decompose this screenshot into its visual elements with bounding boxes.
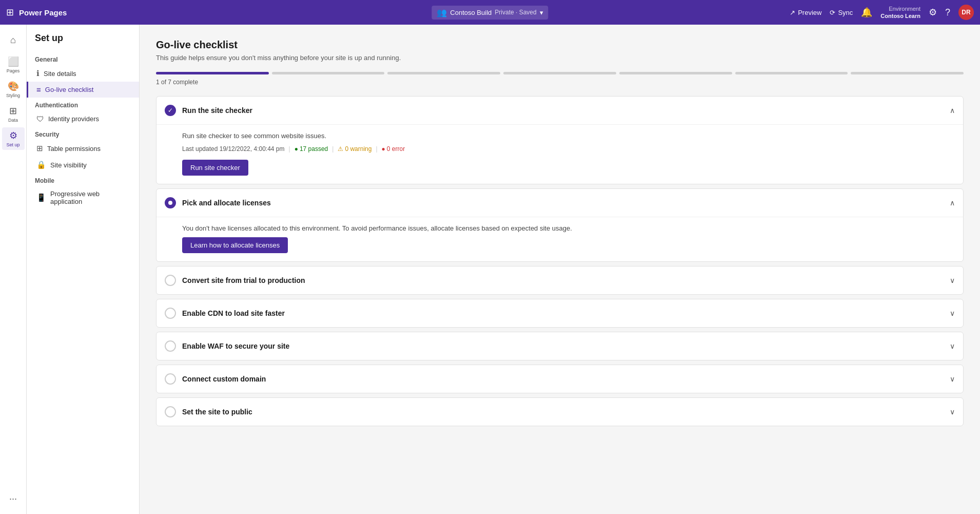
home-icon: ⌂ — [10, 35, 16, 46]
sidebar-item-site-visibility[interactable]: 🔒 Site visibility — [27, 157, 139, 173]
topbar-left: ⊞ Power Pages — [6, 7, 67, 18]
check-circle-convert — [165, 275, 176, 286]
chevron-down-public-icon: ∨ — [950, 408, 955, 416]
sidebar-item-pwa[interactable]: 📱 Progressive web application — [27, 186, 139, 209]
rail-label-setup: Set up — [6, 142, 19, 147]
env-info: Environment Contoso Learn — [880, 5, 920, 20]
setup-icon: ⚙ — [9, 130, 17, 141]
check-circle-cdn — [165, 308, 176, 319]
table-permissions-icon: ⊞ — [36, 144, 43, 153]
checklist-item-header-cdn[interactable]: Enable CDN to load site faster ∨ — [156, 299, 963, 327]
checklist-item-header-domain[interactable]: Connect custom domain ∨ — [156, 365, 963, 393]
sidebar-item-go-live-checklist[interactable]: ≡ Go-live checklist — [27, 82, 139, 98]
checklist-title-domain: Connect custom domain — [182, 375, 944, 383]
meta-sep-3: | — [376, 145, 377, 153]
sidebar-item-site-details[interactable]: ℹ Site details — [27, 65, 139, 82]
meta-sep-1: | — [289, 145, 290, 153]
progress-seg-5 — [619, 72, 732, 74]
run-site-checker-button[interactable]: Run site checker — [182, 160, 248, 176]
checklist-title-run-site-checker: Run the site checker — [182, 106, 944, 115]
checklist-body-licenses: You don't have licenses allocated to thi… — [156, 217, 963, 262]
learn-allocate-licenses-button[interactable]: Learn how to allocate licenses — [182, 237, 288, 253]
checklist-item-run-site-checker: ✓ Run the site checker ∧ Run site checke… — [156, 96, 964, 184]
checklist-body-run-site-checker: Run site checker to see common website i… — [156, 124, 963, 184]
checklist-item-convert-trial: Convert site from trial to production ∨ — [156, 266, 964, 295]
sidebar-label-pwa: Progressive web application — [50, 190, 131, 205]
checklist-title-convert: Convert site from trial to production — [182, 276, 944, 284]
rail-item-data[interactable]: ⊞ Data — [2, 103, 25, 125]
checklist-item-header-waf[interactable]: Enable WAF to secure your site ∨ — [156, 332, 963, 360]
sidebar: Set up General ℹ Site details ≡ Go-live … — [27, 25, 140, 514]
progress-count: 1 of 7 complete — [156, 79, 964, 86]
chevron-down-cdn-icon: ∨ — [950, 309, 955, 317]
waffle-button[interactable]: ⊞ — [6, 7, 14, 18]
main-layout: ⌂ ⬜ Pages 🎨 Styling ⊞ Data ⚙ Set up ··· … — [0, 25, 980, 514]
meta-updated: Last updated 19/12/2022, 4:00:44 pm — [182, 145, 285, 153]
preview-button[interactable]: ↗ Preview — [790, 9, 821, 16]
sidebar-label-table-permissions: Table permissions — [47, 145, 101, 153]
checklist-title-licenses: Pick and allocate licenses — [182, 199, 944, 207]
passed-count: 17 passed — [300, 145, 328, 153]
rail-item-more[interactable]: ··· — [2, 487, 25, 510]
site-badge[interactable]: 👥 Contoso Build Private · Saved ▾ — [432, 6, 548, 20]
settings-button[interactable]: ⚙ — [929, 7, 937, 18]
identity-icon: 🛡 — [36, 115, 44, 123]
sync-button[interactable]: ⟳ Sync — [830, 9, 853, 16]
chevron-up-icon: ∧ — [950, 106, 955, 115]
sidebar-label-identity: Identity providers — [48, 115, 99, 123]
site-visibility-icon: 🔒 — [36, 160, 46, 169]
content-area: Go-live checklist This guide helps ensur… — [140, 25, 980, 514]
checklist-title-public: Set the site to public — [182, 408, 944, 416]
preview-label: Preview — [798, 9, 821, 16]
sidebar-section-auth: Authentication — [27, 98, 139, 111]
check-circle-public — [165, 406, 176, 417]
progress-seg-2 — [272, 72, 385, 74]
pwa-icon: 📱 — [36, 193, 46, 202]
sidebar-header: Set up — [27, 33, 139, 52]
help-button[interactable]: ? — [945, 7, 950, 18]
rail-item-home[interactable]: ⌂ — [2, 29, 25, 51]
preview-icon: ↗ — [790, 9, 795, 16]
chevron-up-licenses-icon: ∧ — [950, 199, 955, 207]
checklist-desc-licenses: You don't have licenses allocated to thi… — [182, 217, 955, 234]
sidebar-item-identity-providers[interactable]: 🛡 Identity providers — [27, 111, 139, 127]
warning-count: 0 warning — [345, 145, 371, 153]
rail-label-pages: Pages — [7, 68, 20, 73]
error-count: 0 error — [387, 145, 405, 153]
check-circle-done: ✓ — [165, 105, 176, 116]
meta-warning: ⚠ 0 warning — [338, 145, 371, 153]
checklist-item-header-run-site-checker[interactable]: ✓ Run the site checker ∧ — [156, 97, 963, 124]
checklist-item-waf: Enable WAF to secure your site ∨ — [156, 332, 964, 360]
check-circle-domain — [165, 373, 176, 385]
meta-sep-2: | — [332, 145, 334, 153]
progress-seg-6 — [735, 72, 848, 74]
rail-label-styling: Styling — [6, 93, 20, 98]
site-details-icon: ℹ — [36, 69, 40, 78]
sidebar-section-general: General — [27, 52, 139, 65]
checklist-item-header-convert-trial[interactable]: Convert site from trial to production ∨ — [156, 266, 963, 294]
styling-icon: 🎨 — [8, 81, 19, 92]
sidebar-item-table-permissions[interactable]: ⊞ Table permissions — [27, 140, 139, 157]
notification-button[interactable]: 🔔 — [861, 7, 872, 18]
page-subtitle: This guide helps ensure you don't miss a… — [156, 54, 964, 62]
rail-item-styling[interactable]: 🎨 Styling — [2, 78, 25, 101]
topbar-center: 👥 Contoso Build Private · Saved ▾ — [432, 6, 548, 20]
checklist-title-waf: Enable WAF to secure your site — [182, 342, 944, 350]
passed-icon: ● — [295, 145, 298, 153]
avatar: DR — [958, 5, 974, 20]
data-icon: ⊞ — [9, 105, 17, 117]
warning-icon: ⚠ — [338, 145, 343, 153]
checklist-desc-run-site-checker: Run site checker to see common website i… — [182, 125, 955, 141]
sidebar-section-security: Security — [27, 127, 139, 140]
progress-seg-4 — [503, 72, 616, 74]
chevron-down-waf-icon: ∨ — [950, 342, 955, 350]
chevron-down-convert-icon: ∨ — [950, 276, 955, 284]
checklist-item-licenses: Pick and allocate licenses ∧ You don't h… — [156, 188, 964, 262]
checklist-item-cdn: Enable CDN to load site faster ∨ — [156, 299, 964, 328]
rail-item-setup[interactable]: ⚙ Set up — [2, 127, 25, 150]
sidebar-label-site-details: Site details — [44, 70, 76, 78]
rail-item-pages[interactable]: ⬜ Pages — [2, 53, 25, 76]
progress-seg-1 — [156, 72, 269, 74]
checklist-item-header-licenses[interactable]: Pick and allocate licenses ∧ — [156, 189, 963, 217]
checklist-item-header-public[interactable]: Set the site to public ∨ — [156, 398, 963, 426]
